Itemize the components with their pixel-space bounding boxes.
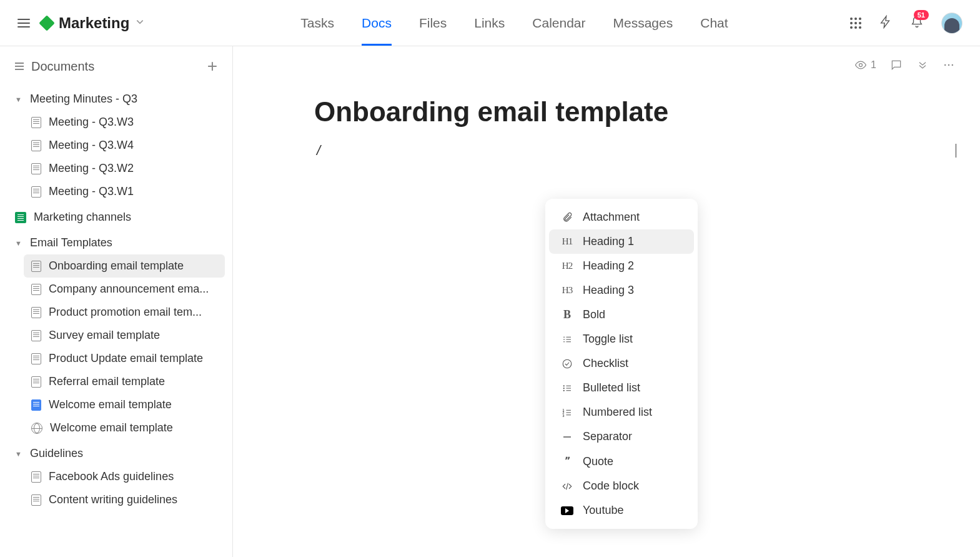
tab-files[interactable]: Files [419,16,447,46]
document-icon [31,284,41,295]
slash-menu-item-bulleted[interactable]: Bulleted list [549,376,694,400]
bold-icon: B [560,308,574,321]
hamburger-menu-icon[interactable] [17,19,30,28]
attachment-icon [560,212,574,223]
workspace-icon [39,15,54,31]
view-count: 1 [871,59,876,71]
editor-slash-input[interactable]: / [317,143,955,159]
tab-calendar[interactable]: Calendar [532,16,585,46]
tree-item-label: Facebook Ads guidelines [49,470,174,483]
tree-item[interactable]: Welcome email template [24,416,225,439]
tree-item-label: Company announcement ema... [49,283,209,296]
menu-item-label: Youtube [583,504,623,517]
document-icon [31,494,41,506]
tree-item-label: Welcome email template [50,421,173,434]
chevron-down-icon[interactable] [136,18,144,28]
tree-item[interactable]: Meeting - Q3.W2 [24,157,225,180]
slash-menu-item-separator[interactable]: Separator [549,424,694,449]
notification-badge: 51 [914,10,929,20]
slash-menu-item-checklist[interactable]: Checklist [549,351,694,376]
slash-menu-item-toggle[interactable]: Toggle list [549,327,694,351]
workspace-name[interactable]: Marketing [59,14,129,32]
add-document-button[interactable]: + [207,58,217,75]
more-options-button[interactable] [943,59,955,71]
apps-grid-icon[interactable] [850,18,861,29]
tree-item[interactable]: Content writing guidelines [24,488,225,511]
document-icon [31,117,41,128]
slash-menu-item-h3[interactable]: H3Heading 3 [549,278,694,303]
menu-item-label: Heading 3 [583,284,634,297]
slash-menu-item-code[interactable]: Code block [549,474,694,498]
top-header: Marketing TasksDocsFilesLinksCalendarMes… [0,0,980,46]
tree-item-label: Product promotion email tem... [49,306,202,319]
chevron-icon: ▼ [15,239,25,247]
document-icon [31,186,41,198]
menu-item-label: Toggle list [583,333,633,346]
tree-item[interactable]: Facebook Ads guidelines [24,465,225,488]
tab-tasks[interactable]: Tasks [300,16,334,46]
menu-item-label: Separator [583,430,632,443]
slash-menu-item-youtube[interactable]: Youtube [549,498,694,523]
eye-icon [854,59,867,71]
svg-point-6 [563,389,565,391]
notifications-button[interactable]: 51 [910,15,924,31]
menu-item-label: Bold [583,308,605,321]
avatar[interactable] [941,13,963,34]
document-icon [31,261,41,272]
bolt-icon[interactable] [879,15,893,31]
slash-menu-item-bold[interactable]: BBold [549,303,694,327]
slash-menu-item-h2[interactable]: H2Heading 2 [549,254,694,278]
document-icon [31,353,41,364]
tab-chat[interactable]: Chat [700,16,728,46]
views-indicator[interactable]: 1 [854,59,876,71]
tree-item[interactable]: Company announcement ema... [24,278,225,301]
tree-item[interactable]: Referral email template [24,370,225,393]
tab-links[interactable]: Links [474,16,505,46]
checklist-icon [560,358,574,369]
slash-command-menu: AttachmentH1Heading 1H2Heading 2H3Headin… [545,199,698,529]
tree-item-label: Meeting - Q3.W4 [49,139,134,152]
comments-button[interactable] [890,59,903,71]
tree-section-label: Guidelines [30,447,83,460]
sidebar-header: Documents + [0,58,232,83]
slash-menu-item-attachment[interactable]: Attachment [549,205,694,229]
tree-item[interactable]: Meeting - Q3.W4 [24,134,225,157]
tree-item[interactable]: Survey email template [24,324,225,347]
document-content: 1 Onboarding email template / Attachment… [233,46,980,557]
tab-docs[interactable]: Docs [362,16,392,46]
tree-section-header[interactable]: ▼Meeting Minutes - Q3 [7,88,225,111]
sidebar: Documents + ▼Meeting Minutes - Q3Meeting… [0,46,233,557]
drag-handle-icon[interactable] [15,63,24,70]
tree-item[interactable]: Meeting - Q3.W1 [24,180,225,203]
content-toolbar: 1 [258,59,955,71]
tree-item[interactable]: Meeting - Q3.W3 [24,111,225,134]
tree-section-label: Email Templates [30,236,112,249]
tree-item[interactable]: Product promotion email tem... [24,301,225,324]
svg-point-4 [563,385,565,386]
svg-point-1 [948,64,950,66]
tree-item[interactable]: Product Update email template [24,347,225,370]
tree-item-label: Welcome email template [49,398,172,411]
slash-menu-item-quote[interactable]: ˮQuote [549,449,694,474]
tree-section-header[interactable]: ▼Email Templates [7,231,225,254]
tree-section-header[interactable]: Marketing channels [7,206,225,229]
tree-section-header[interactable]: ▼Guidelines [7,442,225,465]
comment-icon [890,59,903,71]
tree-item-label: Onboarding email template [49,259,184,273]
menu-item-label: Checklist [583,357,628,370]
header-right: 51 [850,13,963,34]
svg-text:3: 3 [563,413,565,417]
tree-item-label: Survey email template [49,329,160,342]
document-icon [31,307,41,318]
document-icon [31,471,41,483]
globe-icon [31,423,42,434]
slash-menu-item-numbered[interactable]: 123Numbered list [549,400,694,424]
document-title[interactable]: Onboarding email template [314,96,955,128]
tree-item[interactable]: Welcome email template [24,393,225,416]
tab-messages[interactable]: Messages [613,16,673,46]
tree-item[interactable]: Onboarding email template [24,254,225,278]
slash-menu-item-h1[interactable]: H1Heading 1 [549,229,694,254]
menu-item-label: Bulleted list [583,381,640,394]
collapse-button[interactable] [916,59,929,71]
chevron-icon: ▼ [15,450,25,458]
